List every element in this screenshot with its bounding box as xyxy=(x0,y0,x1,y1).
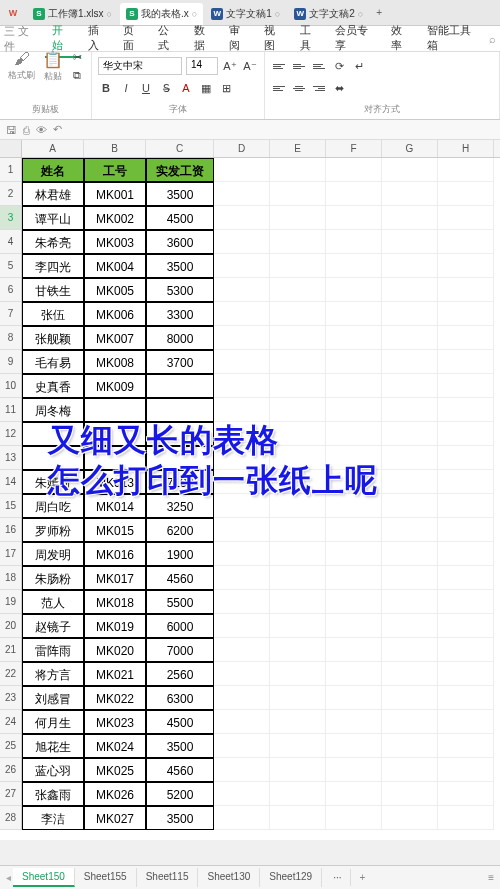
empty-cell[interactable] xyxy=(326,326,382,350)
empty-cell[interactable] xyxy=(382,350,438,374)
row-header[interactable]: 16 xyxy=(0,518,22,542)
cell-id[interactable] xyxy=(84,446,146,470)
empty-cell[interactable] xyxy=(382,374,438,398)
empty-cell[interactable] xyxy=(214,302,270,326)
cell-salary[interactable]: 3500 xyxy=(146,806,214,830)
close-icon[interactable]: ○ xyxy=(275,9,280,19)
column-header-D[interactable]: D xyxy=(214,140,270,157)
empty-cell[interactable] xyxy=(214,782,270,806)
strike-button[interactable]: S̶ xyxy=(158,80,174,96)
cell-name[interactable]: 刘感冒 xyxy=(22,686,84,710)
cell-name[interactable]: 朱希亮 xyxy=(22,230,84,254)
empty-cell[interactable] xyxy=(214,710,270,734)
empty-cell[interactable] xyxy=(382,662,438,686)
search-icon[interactable]: ⌕ xyxy=(489,33,496,45)
empty-cell[interactable] xyxy=(438,566,494,590)
font-name-select[interactable]: 华文中宋 xyxy=(98,57,182,75)
cell-salary[interactable]: 6300 xyxy=(146,686,214,710)
empty-cell[interactable] xyxy=(326,398,382,422)
empty-cell[interactable] xyxy=(382,638,438,662)
empty-cell[interactable] xyxy=(214,254,270,278)
bold-button[interactable]: B xyxy=(98,80,114,96)
empty-cell[interactable] xyxy=(326,422,382,446)
empty-cell[interactable] xyxy=(214,278,270,302)
empty-cell[interactable] xyxy=(326,686,382,710)
empty-cell[interactable] xyxy=(438,494,494,518)
empty-cell[interactable] xyxy=(382,254,438,278)
empty-cell[interactable] xyxy=(438,542,494,566)
empty-cell[interactable] xyxy=(438,230,494,254)
empty-cell[interactable] xyxy=(326,710,382,734)
cell-name[interactable]: 毛有易 xyxy=(22,350,84,374)
column-header-E[interactable]: E xyxy=(270,140,326,157)
empty-cell[interactable] xyxy=(438,758,494,782)
row-header[interactable]: 17 xyxy=(0,542,22,566)
empty-cell[interactable] xyxy=(270,494,326,518)
empty-cell[interactable] xyxy=(214,614,270,638)
close-icon[interactable]: ○ xyxy=(358,9,363,19)
cell-name[interactable]: 李洁 xyxy=(22,806,84,830)
format-painter-button[interactable]: 🖌格式刷 xyxy=(6,48,37,84)
cell-name[interactable]: 甘铁生 xyxy=(22,278,84,302)
empty-cell[interactable] xyxy=(382,278,438,302)
empty-cell[interactable] xyxy=(438,590,494,614)
empty-cell[interactable] xyxy=(326,638,382,662)
cell-salary[interactable]: 3500 xyxy=(146,182,214,206)
copy-icon[interactable]: ⧉ xyxy=(69,67,85,83)
select-all-corner[interactable] xyxy=(0,140,22,157)
empty-cell[interactable] xyxy=(382,566,438,590)
cut-icon[interactable]: ✂ xyxy=(69,49,85,65)
empty-cell[interactable] xyxy=(270,662,326,686)
cell-salary[interactable]: 3300 xyxy=(146,302,214,326)
cell-id[interactable]: MK014 xyxy=(84,494,146,518)
empty-cell[interactable] xyxy=(438,470,494,494)
cell-salary[interactable] xyxy=(146,446,214,470)
empty-cell[interactable] xyxy=(270,398,326,422)
cell-salary[interactable]: 4560 xyxy=(146,758,214,782)
empty-cell[interactable] xyxy=(270,302,326,326)
row-header[interactable]: 27 xyxy=(0,782,22,806)
empty-cell[interactable] xyxy=(382,230,438,254)
row-header[interactable]: 14 xyxy=(0,470,22,494)
close-icon[interactable]: ○ xyxy=(192,9,197,19)
empty-cell[interactable] xyxy=(382,542,438,566)
empty-cell[interactable] xyxy=(438,182,494,206)
merge-cells-icon[interactable]: ⬌ xyxy=(331,80,347,96)
cell-salary[interactable]: 3700 xyxy=(146,350,214,374)
row-header[interactable]: 24 xyxy=(0,710,22,734)
empty-cell[interactable] xyxy=(438,326,494,350)
cell-name[interactable]: 朱肠粉 xyxy=(22,566,84,590)
cell-name[interactable]: 李四光 xyxy=(22,254,84,278)
empty-cell[interactable] xyxy=(382,470,438,494)
cell-id[interactable]: MK017 xyxy=(84,566,146,590)
empty-cell[interactable] xyxy=(326,278,382,302)
empty-cell[interactable] xyxy=(438,206,494,230)
empty-cell[interactable] xyxy=(438,278,494,302)
cell-id[interactable]: MK020 xyxy=(84,638,146,662)
empty-cell[interactable] xyxy=(326,350,382,374)
empty-cell[interactable] xyxy=(438,446,494,470)
preview-icon[interactable]: 👁 xyxy=(36,124,47,136)
cell-id[interactable]: MK006 xyxy=(84,302,146,326)
empty-cell[interactable] xyxy=(326,566,382,590)
cell-name[interactable]: 周白吃 xyxy=(22,494,84,518)
empty-cell[interactable] xyxy=(270,758,326,782)
empty-cell[interactable] xyxy=(270,542,326,566)
align-top-icon[interactable] xyxy=(271,59,287,73)
row-header[interactable]: 20 xyxy=(0,614,22,638)
empty-cell[interactable] xyxy=(326,518,382,542)
empty-cell[interactable] xyxy=(270,686,326,710)
empty-cell[interactable] xyxy=(270,566,326,590)
empty-cell[interactable] xyxy=(270,470,326,494)
empty-cell[interactable] xyxy=(382,206,438,230)
row-header[interactable]: 11 xyxy=(0,398,22,422)
sheet-tab[interactable]: Sheet155 xyxy=(75,868,137,887)
cell-id[interactable]: MK001 xyxy=(84,182,146,206)
empty-cell[interactable] xyxy=(382,710,438,734)
empty-cell[interactable] xyxy=(214,446,270,470)
cell-salary[interactable]: 5200 xyxy=(146,782,214,806)
empty-cell[interactable] xyxy=(382,158,438,182)
empty-cell[interactable] xyxy=(214,518,270,542)
empty-cell[interactable] xyxy=(438,158,494,182)
paste-button[interactable]: 📋粘贴 xyxy=(41,48,65,85)
